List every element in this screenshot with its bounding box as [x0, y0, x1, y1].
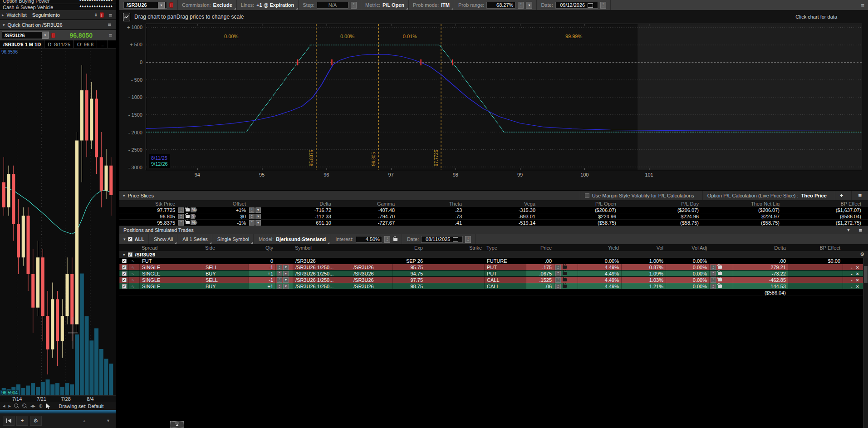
column-header[interactable]: Theta [397, 201, 464, 207]
alert-badge-icon[interactable] [51, 33, 55, 38]
stepper-control[interactable]: +− [555, 265, 561, 270]
exp-strike-value[interactable]: 98.75 [392, 283, 425, 289]
column-header[interactable]: Delta [733, 245, 788, 251]
collapse-icon[interactable]: ▼ [846, 228, 850, 232]
positions-date-input[interactable]: 08/11/2025 [421, 236, 463, 243]
chart-more[interactable]: ... [97, 40, 108, 48]
quick-chart-canvas[interactable]: 96.9596 96.5904 [0, 49, 116, 395]
checkbox-icon[interactable]: ✓ [122, 271, 127, 276]
go-to-start-icon[interactable] [3, 416, 15, 426]
stk-price-value[interactable]: 95.8375 [119, 220, 177, 226]
spread-value[interactable]: SINGLE [139, 283, 203, 289]
qty-value[interactable]: -1 [248, 277, 275, 283]
column-header[interactable]: Qty [248, 245, 275, 251]
show-all-dropdown[interactable]: Show All [150, 234, 177, 244]
side-value[interactable]: SELL [203, 264, 248, 270]
chevron-down-icon[interactable]: ▾ [3, 23, 5, 27]
column-header[interactable]: Vol [621, 245, 666, 251]
position-row[interactable]: ✓∿SINGLEBUY+1+−▼/SR3U26 1/250.../SR3U269… [119, 271, 868, 277]
unlock-icon[interactable] [718, 278, 722, 281]
stk-price-value[interactable]: 97.7725 [119, 207, 177, 213]
price-slices-menu-icon[interactable]: ≡ [851, 191, 868, 200]
stepper-control[interactable]: +− [249, 220, 255, 226]
column-header[interactable]: Strike [425, 245, 484, 251]
offset-value[interactable]: -1% [208, 220, 248, 226]
lock-icon[interactable] [563, 285, 567, 288]
type-value[interactable]: FUTURE [484, 258, 526, 264]
offset-value[interactable]: +1% [208, 207, 248, 213]
underlying-value[interactable]: /SR3U26 [351, 264, 392, 270]
column-header[interactable]: Vega [464, 201, 538, 207]
exp-strike-value[interactable]: 95.75 [392, 264, 425, 270]
drawing-set-label[interactable]: Drawing set: Default [59, 403, 103, 409]
type-value[interactable]: CALL [484, 283, 526, 289]
zoom-in-icon[interactable]: + [22, 403, 27, 408]
unlock-icon[interactable] [186, 208, 190, 212]
pan-left-icon[interactable]: ◂ [3, 403, 5, 409]
offset-value[interactable]: $0 [208, 214, 248, 219]
stepper-control[interactable]: +− [277, 271, 282, 276]
watchlist-expand-caret[interactable]: ▸ [2, 13, 4, 17]
dropdown-icon[interactable]: ▼ [255, 214, 261, 219]
vol-adj-value[interactable]: 0.00% [666, 258, 709, 264]
position-row[interactable]: ✓∿SINGLESELL-1+−▼/SR3U26 1/250.../SR3U26… [119, 277, 868, 283]
symbol-input[interactable]: /SR3U26 ▼ [123, 2, 167, 9]
checkbox-icon[interactable]: ✓ [122, 259, 127, 263]
stepper-control[interactable]: +− [249, 207, 255, 213]
stepper-control[interactable]: +− [711, 277, 716, 283]
symbol-mode-dropdown[interactable]: Single Symbol [213, 234, 254, 244]
price-value[interactable]: .175 [526, 264, 554, 270]
unlock-icon[interactable] [718, 266, 722, 269]
pl-curve-icon[interactable]: ∿ [131, 284, 135, 289]
gear-icon[interactable]: ⚙ [860, 251, 864, 257]
risk-profile-plot[interactable]: 0.00%0.00%0.01%99.99%95.837596.80597.772… [146, 24, 862, 170]
column-header[interactable]: Theo Net Liq [701, 201, 782, 207]
underlying-value[interactable]: /SR3U26 [351, 277, 392, 283]
exp-strike-value[interactable]: SEP 26 [392, 258, 425, 264]
vol-adj-value[interactable]: 0.00% [666, 283, 709, 289]
gear-icon[interactable]: ⚙ [30, 416, 42, 426]
underlying-value[interactable]: /SR3U26 [351, 271, 392, 276]
positions-group-row[interactable]: ▾ ✓ /SR3U26 ⚙ [119, 251, 868, 258]
position-row[interactable]: ✓∿FUT0/SR3U26SEP 26FUTURE.000.00%1.00%0.… [119, 258, 868, 264]
pl-curve-icon[interactable]: ∿ [131, 259, 135, 263]
dropdown-icon[interactable]: ▼ [255, 207, 261, 213]
qty-value[interactable]: +1 [248, 271, 275, 276]
pan-right-icon[interactable]: ▸ [9, 403, 11, 409]
pl-curve-icon[interactable]: ∿ [131, 278, 135, 282]
spread-value[interactable]: SINGLE [139, 271, 203, 276]
symbol-dropdown-icon[interactable]: ▼ [158, 2, 165, 9]
symbol-dropdown-icon[interactable]: ▼ [42, 32, 49, 39]
positions-date-stepper[interactable]: +− [465, 236, 471, 243]
expand-horizontal-icon[interactable]: ◂▸ [30, 403, 35, 409]
positions-menu-icon[interactable]: ≡ [857, 227, 864, 234]
stepper-control[interactable]: +− [711, 271, 716, 276]
date-input[interactable]: 09/12/2026 [555, 2, 598, 9]
watchlist-tab-seguimiento[interactable]: Seguimiento [32, 12, 92, 18]
price-value[interactable]: .1525 [526, 277, 554, 283]
position-row[interactable]: ✓∿SINGLESELL-1+−▼/SR3U26 1/250.../SR3U26… [119, 264, 868, 271]
calendar-icon[interactable] [588, 3, 593, 8]
all-filter[interactable]: ▾✓ ALL [119, 234, 149, 244]
exp-strike-value[interactable]: 94.75 [392, 271, 425, 276]
quick-chart-menu-icon[interactable]: ≡ [106, 21, 113, 28]
column-header[interactable]: Symbol [293, 245, 351, 251]
chevron-down-icon[interactable]: ▾ [123, 252, 125, 257]
lines-dropdown[interactable]: Lines: +1 @ Expiration [237, 0, 299, 10]
pl-calculation-dropdown[interactable]: Option P/L Calculation (Live Price Slice… [702, 191, 831, 200]
symbol-value[interactable]: /SR3U26 [293, 258, 351, 264]
spread-value[interactable]: SINGLE [139, 277, 203, 283]
side-value[interactable]: BUY [203, 283, 248, 289]
minimize-row-icon[interactable]: - [851, 271, 853, 276]
alert-badge-icon[interactable] [169, 2, 173, 8]
prob-range-input[interactable]: 68.27% [486, 2, 515, 9]
column-header[interactable]: Exp [392, 245, 425, 251]
symbol-value[interactable]: /SR3U26 1/250... [293, 283, 351, 289]
interest-input[interactable]: 4.50% [356, 236, 382, 243]
vertical-scrollbar[interactable] [863, 258, 868, 428]
stepper-control[interactable]: +− [555, 284, 561, 289]
prob-range-dropdown-icon[interactable]: ▼ [526, 2, 532, 9]
remove-row-icon[interactable]: × [856, 284, 859, 289]
spread-value[interactable]: FUT [139, 258, 203, 264]
offset-unit-tag[interactable]: $ [191, 214, 196, 219]
